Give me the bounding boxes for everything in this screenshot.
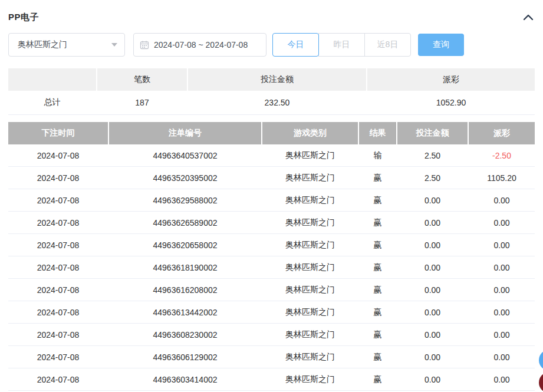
record-cell-order_no: 44963613442002	[109, 301, 261, 323]
record-cell-bet: 2.50	[397, 167, 468, 189]
record-cell-game: 奥林匹斯之门	[262, 167, 358, 189]
table-row: 2024-07-0844963608230002奥林匹斯之门赢0.000.00	[8, 324, 535, 346]
record-cell-time: 2024-07-08	[8, 189, 108, 211]
quick-date-button-group: 今日 昨日 近8日	[272, 33, 411, 57]
record-cell-bet: 0.00	[397, 324, 468, 345]
record-cell-game: 奥林匹斯之门	[262, 279, 358, 301]
records-header-order-no: 注单编号	[109, 122, 261, 144]
record-cell-order_no: 44963608230002	[109, 324, 261, 345]
record-cell-payout: 0.00	[469, 279, 535, 301]
record-cell-game: 奥林匹斯之门	[262, 256, 358, 278]
quick-button-yesterday[interactable]: 昨日	[318, 33, 365, 57]
panel-header: PP电子	[8, 0, 535, 24]
record-cell-payout: 1105.20	[469, 167, 535, 189]
table-row: 2024-07-0844963618190002奥林匹斯之门赢0.000.00	[8, 256, 535, 279]
record-cell-time: 2024-07-08	[8, 212, 108, 233]
table-row: 2024-07-0844963626589002奥林匹斯之门赢0.000.00	[8, 212, 535, 234]
record-cell-result: 赢	[359, 167, 396, 189]
table-row: 2024-07-0844963613442002奥林匹斯之门赢0.000.00	[8, 301, 535, 324]
quick-button-today[interactable]: 今日	[272, 33, 319, 57]
summary-total-bet-amount: 232.50	[188, 91, 366, 114]
record-cell-bet: 0.00	[397, 234, 468, 256]
summary-header-count: 笔数	[97, 68, 187, 91]
search-button[interactable]: 查询	[418, 34, 464, 56]
record-cell-result: 赢	[359, 279, 396, 301]
summary-header-bet-amount: 投注金额	[188, 68, 366, 91]
game-select[interactable]: 奥林匹斯之门	[8, 33, 125, 57]
summary-table: 笔数 投注金额 派彩 总计 187 232.50 1052.90	[8, 68, 535, 115]
record-cell-bet: 2.50	[397, 144, 468, 166]
summary-total-payout: 1052.90	[367, 91, 535, 114]
record-cell-result: 输	[359, 144, 396, 166]
record-cell-game: 奥林匹斯之门	[262, 144, 358, 166]
record-cell-result: 赢	[359, 324, 396, 345]
record-cell-game: 奥林匹斯之门	[262, 212, 358, 233]
record-cell-payout: 0.00	[469, 301, 535, 323]
record-cell-time: 2024-07-08	[8, 144, 108, 166]
record-cell-bet: 0.00	[397, 189, 468, 211]
record-cell-order_no: 44963629588002	[109, 189, 261, 211]
record-cell-bet: 0.00	[397, 279, 468, 301]
record-cell-payout: 0.00	[469, 256, 535, 278]
record-cell-order_no: 44963626589002	[109, 212, 261, 233]
record-cell-result: 赢	[359, 256, 396, 278]
record-cell-time: 2024-07-08	[8, 324, 108, 345]
record-cell-bet: 0.00	[397, 346, 468, 368]
record-cell-result: 赢	[359, 368, 396, 390]
record-cell-payout: 0.00	[469, 189, 535, 211]
record-cell-result: 赢	[359, 234, 396, 256]
summary-header-empty	[8, 68, 96, 91]
table-row: 2024-07-0844963629588002奥林匹斯之门赢0.000.00	[8, 189, 535, 212]
record-cell-game: 奥林匹斯之门	[262, 189, 358, 211]
record-cell-time: 2024-07-08	[8, 346, 108, 368]
calendar-icon	[140, 40, 149, 50]
record-cell-result: 赢	[359, 301, 396, 323]
game-select-value: 奥林匹斯之门	[18, 39, 67, 50]
record-cell-order_no: 44963620658002	[109, 234, 261, 256]
record-cell-bet: 0.00	[397, 256, 468, 278]
records-header-bet-amount: 投注金额	[397, 122, 468, 144]
record-cell-time: 2024-07-08	[8, 301, 108, 323]
summary-total-row: 总计 187 232.50 1052.90	[8, 91, 535, 115]
record-cell-time: 2024-07-08	[8, 234, 108, 256]
record-cell-order_no: 44963603414002	[109, 368, 261, 390]
summary-header-payout: 派彩	[367, 68, 535, 91]
records-header-payout: 派彩	[469, 122, 535, 144]
record-cell-game: 奥林匹斯之门	[262, 301, 358, 323]
record-cell-time: 2024-07-08	[8, 167, 108, 189]
records-body: 2024-07-0844963640537002奥林匹斯之门输2.50-2.50…	[8, 144, 535, 391]
record-cell-order_no: 44963520395002	[109, 167, 261, 189]
record-cell-time: 2024-07-08	[8, 256, 108, 278]
record-cell-order_no: 44963616208002	[109, 279, 261, 301]
quick-button-last8days[interactable]: 近8日	[364, 33, 411, 57]
record-cell-result: 赢	[359, 346, 396, 368]
filter-bar: 奥林匹斯之门 2024-07-08 ~ 2024-07-08	[8, 33, 535, 57]
record-cell-payout: 0.00	[469, 346, 535, 368]
record-cell-game: 奥林匹斯之门	[262, 234, 358, 256]
record-cell-result: 赢	[359, 189, 396, 211]
records-header-result: 结果	[359, 122, 396, 144]
date-range-picker[interactable]: 2024-07-08 ~ 2024-07-08	[133, 33, 266, 57]
record-cell-payout: 0.00	[469, 324, 535, 345]
records-header-bet-time: 下注时间	[8, 122, 108, 144]
caret-down-icon	[111, 43, 117, 47]
date-range-value: 2024-07-08 ~ 2024-07-08	[154, 40, 248, 50]
table-row: 2024-07-0844963616208002奥林匹斯之门赢0.000.00	[8, 279, 535, 301]
record-cell-payout: 0.00	[469, 234, 535, 256]
record-cell-payout: 0.00	[469, 212, 535, 233]
record-cell-time: 2024-07-08	[8, 368, 108, 390]
record-cell-game: 奥林匹斯之门	[262, 368, 358, 390]
record-cell-result: 赢	[359, 212, 396, 233]
table-row: 2024-07-0844963640537002奥林匹斯之门输2.50-2.50	[8, 144, 535, 167]
records-header-row: 下注时间 注单编号 游戏类别 结果 投注金额 派彩	[8, 122, 535, 144]
collapse-panel-button[interactable]	[522, 11, 535, 24]
record-cell-payout: 0.00	[469, 368, 535, 390]
pp-games-panel: PP电子 奥林匹斯之门	[0, 0, 543, 391]
record-cell-time: 2024-07-08	[8, 279, 108, 301]
panel-title: PP电子	[8, 12, 39, 23]
records-table: 下注时间 注单编号 游戏类别 结果 投注金额 派彩 2024-07-084496…	[8, 122, 535, 391]
record-cell-game: 奥林匹斯之门	[262, 346, 358, 368]
record-cell-game: 奥林匹斯之门	[262, 324, 358, 345]
chevron-up-icon	[523, 14, 534, 21]
record-cell-order_no: 44963606129002	[109, 346, 261, 368]
